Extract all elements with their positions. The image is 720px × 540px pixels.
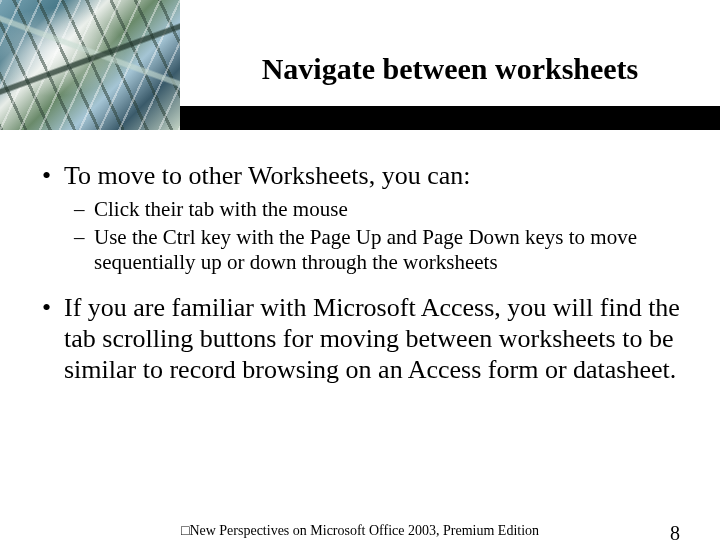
slide-number: 8 (670, 522, 680, 540)
bullet-list: To move to other Worksheets, you can: Cl… (34, 160, 686, 386)
slide-title: Navigate between worksheets (180, 52, 720, 86)
decorative-header-image (0, 0, 180, 130)
sub-bullet-text: Click their tab with the mouse (94, 197, 348, 221)
header-underline-bar (180, 106, 720, 130)
slide-body: To move to other Worksheets, you can: Cl… (0, 130, 720, 386)
footer-citation: □New Perspectives on Microsoft Office 20… (0, 522, 720, 540)
sub-bullet-text: Use the Ctrl key with the Page Up and Pa… (94, 225, 637, 275)
slide-header: Navigate between worksheets (0, 0, 720, 130)
bullet-item: If you are familiar with Microsoft Acces… (34, 292, 686, 386)
bullet-text: If you are familiar with Microsoft Acces… (64, 293, 680, 384)
sub-bullet-item: Use the Ctrl key with the Page Up and Pa… (64, 225, 686, 276)
footer-line-1: □New Perspectives on Microsoft Office 20… (181, 523, 539, 538)
sub-bullet-item: Click their tab with the mouse (64, 197, 686, 223)
bullet-text: To move to other Worksheets, you can: (64, 161, 470, 190)
sub-bullet-list: Click their tab with the mouse Use the C… (64, 197, 686, 276)
bullet-item: To move to other Worksheets, you can: Cl… (34, 160, 686, 276)
